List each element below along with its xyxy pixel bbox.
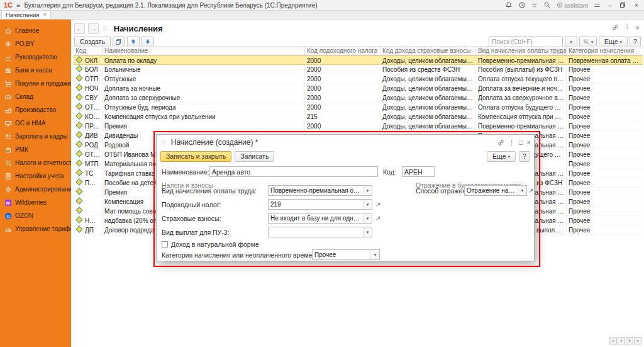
table-row[interactable]: НОЧ Доплата за ночные 2000 Доходы, целик… — [74, 84, 643, 93]
table-row[interactable]: ОКЛ Оплата по окладу 2000 Доходы, целико… — [74, 55, 643, 65]
cell-code: НАДБ — [74, 216, 103, 225]
form-close-icon[interactable]: × — [636, 24, 640, 31]
move-down-button[interactable] — [142, 37, 154, 47]
tab-close-icon[interactable]: × — [43, 11, 46, 19]
table-row[interactable]: ОТП Отпускные 2000 Доходы, целиком облаг… — [74, 74, 643, 84]
cell-kind: Доплата за вечерние и ночные часы — [476, 84, 567, 93]
favorite-star-icon[interactable]: ☆ — [102, 24, 109, 33]
nav-next-button[interactable]: ∨ — [626, 337, 633, 344]
code-text: РОД — [85, 142, 98, 149]
notifications-bell-icon[interactable] — [505, 1, 513, 9]
dialog-link-icon[interactable] — [497, 139, 504, 146]
sidebar-item-ozon[interactable]: O OZON — [0, 209, 71, 222]
dropdown-icon[interactable]: ▾ — [363, 227, 372, 237]
income-tax-combobox[interactable]: 219 ▾ — [268, 199, 372, 210]
dialog-close-icon[interactable]: × — [527, 139, 531, 146]
dialog-help-button[interactable]: ? — [519, 151, 530, 162]
kind-value: Повременно-премиальная оплата труда — [269, 187, 363, 194]
insurance-combobox[interactable]: Не входит в базу ни для одного из отчисл… — [268, 213, 372, 224]
sidebar-item-pokupki-prodazhi[interactable]: Покупки и продажи — [0, 77, 71, 90]
history-icon[interactable] — [518, 1, 526, 9]
copy-button[interactable] — [113, 37, 125, 47]
reflection-open-icon[interactable]: ↗ — [528, 187, 533, 194]
create-button[interactable]: Создать — [74, 37, 111, 47]
search-icon[interactable] — [543, 1, 551, 9]
cell-tax-code: 2000 — [305, 65, 380, 74]
dropdown-icon[interactable]: ▾ — [363, 213, 372, 223]
kind-combobox[interactable]: Повременно-премиальная оплата труда ▾ — [268, 185, 372, 196]
income-tax-open-icon[interactable]: ↗ — [375, 201, 380, 208]
dialog-maximize-icon[interactable]: □ — [519, 139, 523, 146]
search-button[interactable]: ▾ — [579, 37, 597, 47]
sidebar-item-bank-kassa[interactable]: Банк и касса — [0, 64, 71, 77]
sidebar-item-wildberries[interactable]: W Wildberries — [0, 196, 71, 209]
reflection-combobox[interactable]: Отражение начислений по умолчанию ▾ — [464, 185, 527, 196]
cell-tax-code: 2000 — [305, 93, 380, 103]
dialog-more-kebab-icon[interactable]: ⋮ — [508, 139, 515, 147]
minimize-button[interactable]: – — [606, 2, 614, 9]
dropdown-icon[interactable]: ▾ — [518, 186, 526, 195]
code-text: НАДБ — [85, 217, 103, 224]
sidebar-item-rukovoditelyu[interactable]: Руководителю — [0, 50, 71, 64]
search-input[interactable] — [489, 37, 563, 47]
pu3-combobox[interactable]: ▾ — [268, 227, 372, 237]
table-row[interactable]: КОМП Компенсация отпуска при увольнении … — [74, 112, 643, 122]
inkind-income-checkbox[interactable] — [162, 241, 168, 247]
save-button[interactable]: Записать — [235, 151, 274, 162]
column-header-insurance[interactable]: Код дохода страховые взносы — [380, 47, 476, 55]
table-row[interactable]: ОТПБ Отпускные буд. периода 2000 Доходы,… — [74, 103, 643, 112]
table-row[interactable]: СВУ Доплата за сверхурочные 2000 Доходы,… — [74, 93, 643, 103]
tab-nachisleniya[interactable]: Начисления × — [1, 10, 51, 19]
sidebar-item-nalogi[interactable]: Налоги и отчетность — [0, 156, 71, 169]
close-button[interactable]: × — [633, 2, 640, 9]
main-menu-icon[interactable]: ≡ — [16, 1, 20, 9]
assistant-chip[interactable]: assistant — [557, 2, 589, 9]
dropdown-icon[interactable]: ▾ — [363, 186, 372, 195]
favorites-star-icon[interactable]: ☆ — [531, 2, 538, 9]
category-combobox[interactable]: Прочее ▾ — [312, 249, 380, 260]
cell-name: Доплата за ночные — [103, 84, 305, 93]
sidebar-item-poby[interactable]: PO.BY — [0, 37, 71, 50]
code-input[interactable] — [402, 166, 435, 177]
get-link-icon[interactable] — [612, 24, 619, 31]
forward-button[interactable]: → — [88, 23, 99, 34]
more-kebab-icon[interactable]: ⋮ — [624, 23, 631, 31]
cell-category: Прочее — [567, 178, 643, 188]
sidebar-item-rmk[interactable]: РМК — [0, 143, 71, 156]
column-header-kind[interactable]: Вид начисления оплаты труда — [476, 47, 567, 55]
sidebar-item-administrirovanie[interactable]: Администрирование — [0, 183, 71, 196]
nav-prev-button[interactable]: ∧ — [618, 337, 625, 344]
nav-last-button[interactable]: » — [634, 337, 641, 344]
help-button[interactable]: ? — [630, 37, 641, 47]
table-row[interactable]: БОЛ Больничные 2000 Пособия из средств Ф… — [74, 65, 643, 74]
1c-logo: 1С — [4, 0, 13, 11]
cell-category: Прочее — [567, 197, 643, 207]
column-header-code[interactable]: Код — [74, 47, 103, 55]
sidebar-item-upravlenie-tarifom[interactable]: Управление тарифом — [0, 222, 71, 236]
name-input[interactable] — [209, 166, 378, 177]
sidebar-item-glavnoe[interactable]: Главное — [0, 24, 71, 37]
sidebar-item-os-nma[interactable]: ОС и НМА — [0, 117, 71, 130]
restore-button[interactable] — [619, 2, 627, 8]
dropdown-icon[interactable]: ▾ — [370, 250, 379, 259]
nav-first-button[interactable]: « — [609, 337, 617, 344]
save-and-close-button[interactable]: Записать и закрыть — [160, 151, 231, 162]
back-button[interactable]: ← — [74, 23, 85, 34]
insurance-open-icon[interactable]: ↗ — [375, 215, 380, 222]
sidebar-item-proizvodstvo[interactable]: Производство — [0, 103, 71, 117]
more-button[interactable]: Еще ▾ — [599, 37, 628, 47]
panels-icon[interactable] — [594, 2, 601, 9]
dialog-more-button[interactable]: Еще ▾ — [487, 151, 516, 162]
column-header-name[interactable]: Наименование — [103, 47, 305, 55]
column-header-category[interactable]: Категория начисления — [567, 47, 643, 55]
sidebar-item-nastroyki[interactable]: Настройки учета — [0, 169, 71, 183]
sidebar-item-sklad[interactable]: Склад — [0, 90, 71, 103]
column-header-tax-code[interactable]: Код подоходного налога — [305, 47, 380, 55]
sidebar-item-zarplata-kadry[interactable]: Зарплата и кадры — [0, 130, 71, 143]
move-up-button[interactable] — [127, 37, 140, 47]
search-history-dropdown[interactable]: ▾ — [565, 37, 577, 47]
code-text: ОТБП — [85, 151, 103, 158]
table-row[interactable]: ПРЕМ Премия 2000 Доходы, целиком облагае… — [74, 122, 643, 131]
dropdown-icon[interactable]: ▾ — [363, 200, 372, 209]
dialog-star-icon[interactable]: ☆ — [160, 138, 167, 147]
